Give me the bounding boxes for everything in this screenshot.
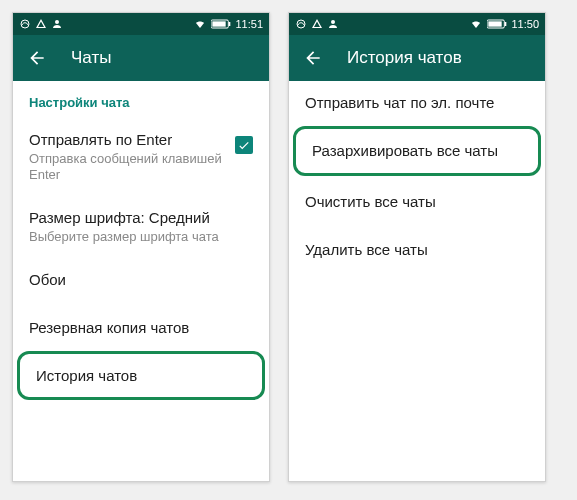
app-bar-title: Чаты: [71, 48, 111, 68]
content-area: Настройки чата Отправлять по Enter Отпра…: [13, 81, 269, 481]
setting-chat-history[interactable]: История чатов: [17, 351, 265, 401]
status-bar: 11:50: [289, 13, 545, 35]
wifi-icon: [469, 18, 483, 30]
setting-send-on-enter[interactable]: Отправлять по Enter Отправка сообщений к…: [13, 118, 269, 196]
svg-rect-3: [213, 21, 226, 26]
action-clear-all[interactable]: Очистить все чаты: [289, 180, 545, 228]
action-unarchive-all[interactable]: Разархивировать все чаты: [293, 126, 541, 176]
back-icon[interactable]: [303, 48, 323, 68]
content-area: Отправить чат по эл. почте Разархивирова…: [289, 81, 545, 481]
checkbox-checked-icon[interactable]: [235, 136, 253, 154]
action-email-chat[interactable]: Отправить чат по эл. почте: [289, 81, 545, 129]
status-bar: 11:51: [13, 13, 269, 35]
app-bar: История чатов: [289, 35, 545, 81]
status-time: 11:50: [511, 18, 539, 30]
phone-screen-1: 11:51 Чаты Настройки чата Отправлять по …: [12, 12, 270, 482]
svg-rect-8: [489, 21, 502, 26]
item-title: Резервная копия чатов: [29, 318, 253, 338]
item-title: Размер шрифта: Средний: [29, 208, 253, 228]
battery-icon: [211, 19, 231, 29]
setting-font-size[interactable]: Размер шрифта: Средний Выберите размер ш…: [13, 196, 269, 257]
svg-point-1: [55, 20, 59, 24]
item-subtitle: Отправка сообщений клавишей Enter: [29, 151, 227, 185]
svg-rect-4: [229, 22, 230, 26]
user-icon: [327, 18, 339, 30]
user-icon: [51, 18, 63, 30]
back-icon[interactable]: [27, 48, 47, 68]
app-bar: Чаты: [13, 35, 269, 81]
wifi-icon: [193, 18, 207, 30]
setting-backup[interactable]: Резервная копия чатов: [13, 306, 269, 354]
item-title: История чатов: [36, 366, 246, 386]
battery-icon: [487, 19, 507, 29]
connection-icon: [19, 18, 31, 30]
item-title: Отправлять по Enter: [29, 130, 227, 150]
item-title: Очистить все чаты: [305, 192, 529, 212]
item-title: Обои: [29, 270, 253, 290]
action-delete-all[interactable]: Удалить все чаты: [289, 228, 545, 276]
setting-wallpaper[interactable]: Обои: [13, 258, 269, 306]
status-time: 11:51: [235, 18, 263, 30]
svg-point-6: [331, 20, 335, 24]
item-title: Удалить все чаты: [305, 240, 529, 260]
connection-icon: [295, 18, 307, 30]
item-title: Разархивировать все чаты: [312, 141, 522, 161]
section-header: Настройки чата: [13, 81, 269, 118]
phone-screen-2: 11:50 История чатов Отправить чат по эл.…: [288, 12, 546, 482]
svg-rect-9: [505, 22, 506, 26]
app-bar-title: История чатов: [347, 48, 462, 68]
item-title: Отправить чат по эл. почте: [305, 93, 529, 113]
warning-icon: [311, 18, 323, 30]
item-subtitle: Выберите размер шрифта чата: [29, 229, 253, 246]
warning-icon: [35, 18, 47, 30]
